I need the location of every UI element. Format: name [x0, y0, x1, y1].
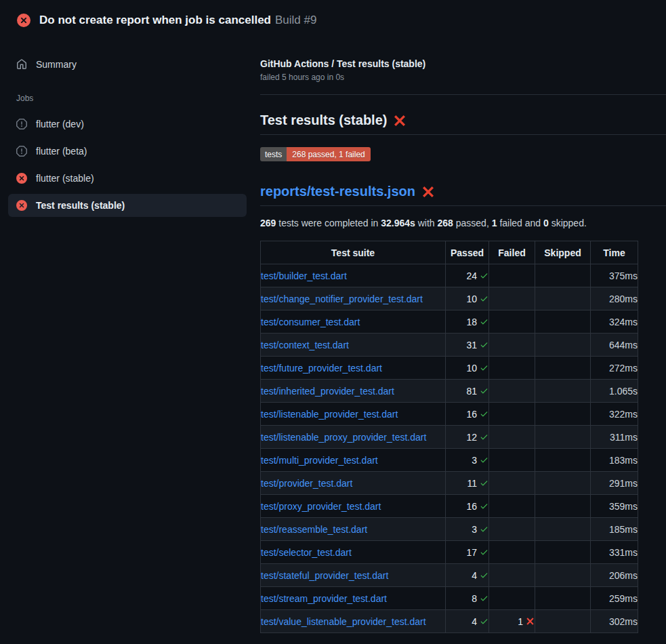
jobs-list: flutter (dev)flutter (beta)flutter (stab… — [8, 113, 247, 217]
check-icon — [480, 340, 488, 349]
sidebar-job-label: flutter (dev) — [36, 119, 84, 129]
home-icon — [16, 59, 27, 70]
passed-count-cell: 31 — [446, 334, 489, 357]
summary-segment: passed, — [453, 218, 492, 228]
failed-count-cell — [489, 495, 535, 518]
passed-count-cell: 8 — [446, 587, 489, 610]
failed-count-cell — [489, 518, 535, 541]
time-cell: 280ms — [591, 287, 638, 310]
table-row: test/future_provider_test.dart10272ms — [261, 357, 638, 380]
skipped-count-cell — [535, 426, 591, 449]
sidebar-job-item[interactable]: flutter (beta) — [8, 140, 247, 163]
check-icon — [480, 479, 488, 487]
test-suite-link[interactable]: test/context_test.dart — [261, 340, 349, 350]
time-cell: 272ms — [591, 357, 638, 380]
test-suite-cell: test/provider_test.dart — [261, 472, 446, 495]
test-suite-link[interactable]: test/builder_test.dart — [261, 270, 347, 281]
test-suite-link[interactable]: test/value_listenable_provider_test.dart — [261, 616, 426, 627]
sidebar-job-label: flutter (stable) — [36, 173, 94, 184]
report-file-heading[interactable]: reports/test-results.json — [260, 184, 666, 206]
summary-segment: failed and — [497, 218, 544, 228]
test-suite-link[interactable]: test/reassemble_test.dart — [261, 524, 367, 535]
stop-octagon-icon — [16, 146, 27, 157]
test-suite-link[interactable]: test/provider_test.dart — [261, 478, 352, 489]
jobs-section-label: Jobs — [8, 76, 247, 113]
time-cell: 331ms — [591, 541, 638, 564]
table-row: test/listenable_proxy_provider_test.dart… — [261, 426, 638, 449]
test-suite-link[interactable]: test/multi_provider_test.dart — [261, 455, 378, 466]
time-cell: 259ms — [591, 587, 638, 610]
test-suite-cell: test/stateful_provider_test.dart — [261, 564, 446, 587]
time-cell: 324ms — [591, 310, 638, 334]
passed-count-cell: 18 — [446, 310, 489, 334]
x-circle-icon — [17, 14, 30, 27]
test-suite-link[interactable]: test/inherited_provider_test.dart — [261, 386, 394, 397]
section-title-text: Test results (stable) — [260, 113, 387, 128]
test-suite-link[interactable]: test/change_notifier_provider_test.dart — [261, 294, 423, 304]
test-suite-cell: test/selector_test.dart — [261, 541, 446, 564]
test-suite-link[interactable]: test/listenable_proxy_provider_test.dart — [261, 432, 426, 443]
skipped-count-cell — [535, 564, 591, 587]
passed-count-cell: 10 — [446, 287, 489, 310]
sidebar-job-item[interactable]: flutter (stable) — [8, 167, 247, 190]
column-passed: Passed — [446, 241, 489, 264]
check-icon — [480, 502, 488, 510]
tests-summary-line: 269 tests were completed in 32.964s with… — [260, 218, 666, 228]
passed-count-cell: 4 — [446, 564, 489, 587]
check-icon — [480, 456, 488, 464]
failed-count-cell — [489, 541, 535, 564]
failed-count-cell — [489, 380, 535, 403]
passed-count-cell: 12 — [446, 426, 489, 449]
table-row: test/inherited_provider_test.dart811.065… — [261, 380, 638, 403]
skipped-count-cell — [535, 472, 591, 495]
passed-count-cell: 4 — [446, 610, 489, 633]
skipped-count-cell — [535, 287, 591, 310]
passed-count-cell: 24 — [446, 264, 489, 287]
sidebar-item-summary[interactable]: Summary — [8, 53, 247, 76]
test-suite-link[interactable]: test/listenable_provider_test.dart — [261, 409, 398, 420]
skipped-count-cell — [535, 449, 591, 472]
summary-segment: tests were completed in — [276, 218, 381, 228]
passed-count-cell: 81 — [446, 380, 489, 403]
table-header-row: Test suite Passed Failed Skipped Time — [261, 241, 638, 264]
failed-count-cell — [489, 310, 535, 334]
skipped-count-cell — [535, 357, 591, 380]
table-row: test/selector_test.dart17331ms — [261, 541, 638, 564]
sidebar-job-label: Test results (stable) — [36, 200, 125, 211]
sidebar-job-item[interactable]: Test results (stable) — [8, 194, 247, 217]
column-test-suite: Test suite — [261, 241, 446, 264]
test-suite-link[interactable]: test/proxy_provider_test.dart — [261, 501, 381, 512]
test-suite-link[interactable]: test/selector_test.dart — [261, 547, 352, 558]
passed-count-cell: 11 — [446, 472, 489, 495]
sidebar-summary-label: Summary — [36, 59, 77, 70]
summary-segment: 268 — [438, 218, 453, 228]
test-suite-cell: test/future_provider_test.dart — [261, 357, 446, 380]
passed-count-cell: 17 — [446, 541, 489, 564]
skipped-count-cell — [535, 264, 591, 287]
check-icon — [480, 409, 488, 418]
test-suite-link[interactable]: test/future_provider_test.dart — [261, 363, 382, 374]
section-title: Test results (stable) — [260, 113, 666, 135]
stop-octagon-icon — [16, 119, 27, 129]
table-row: test/stateful_provider_test.dart4206ms — [261, 564, 638, 587]
table-row: test/multi_provider_test.dart3183ms — [261, 449, 638, 472]
badge-label: tests — [260, 147, 287, 161]
failed-count-cell — [489, 426, 535, 449]
check-icon — [480, 525, 488, 534]
test-suite-link[interactable]: test/stream_provider_test.dart — [261, 593, 387, 604]
test-suite-cell: test/stream_provider_test.dart — [261, 587, 446, 610]
sidebar-job-item[interactable]: flutter (dev) — [8, 113, 247, 136]
badge-value: 268 passed, 1 failed — [287, 147, 370, 161]
failed-count-cell — [489, 587, 535, 610]
test-suite-link[interactable]: test/stateful_provider_test.dart — [261, 570, 388, 581]
check-icon — [480, 617, 488, 626]
check-icon — [480, 363, 488, 372]
divider — [260, 94, 666, 95]
report-file-link[interactable]: reports/test-results.json — [260, 184, 415, 199]
check-icon — [480, 294, 488, 303]
summary-segment: skipped. — [549, 218, 587, 228]
test-suite-link[interactable]: test/consumer_test.dart — [261, 317, 360, 327]
failed-count-cell — [489, 449, 535, 472]
x-circle-icon — [16, 173, 27, 184]
summary-segment: 269 — [260, 218, 276, 228]
